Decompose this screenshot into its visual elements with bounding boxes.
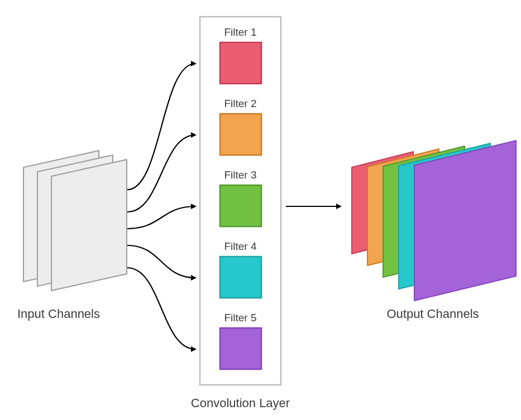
layer-label: Convolution Layer: [191, 396, 290, 410]
convolution-diagram: Input ChannelsFilter 1Filter 2Filter 3Fi…: [0, 0, 521, 420]
filter-label-4: Filter 4: [224, 240, 257, 252]
filter-square-2: [220, 114, 261, 155]
arrow-input-to-filter-1: [127, 64, 195, 190]
filter-square-4: [220, 257, 261, 298]
filter-label-5: Filter 5: [224, 312, 256, 324]
output-label: Output Channels: [386, 307, 479, 321]
filter-square-3: [220, 185, 261, 226]
arrow-input-to-filter-2: [127, 135, 195, 212]
arrow-input-to-filter-5: [127, 268, 195, 349]
filter-label-3: Filter 3: [224, 169, 256, 181]
filter-square-5: [220, 328, 261, 369]
filter-square-1: [220, 42, 261, 84]
output-plane-5: [414, 141, 516, 301]
diagram-svg: Input ChannelsFilter 1Filter 2Filter 3Fi…: [0, 0, 521, 420]
arrow-input-to-filter-4: [127, 245, 195, 278]
filter-label-1: Filter 1: [224, 26, 256, 38]
input-plane-3: [51, 160, 127, 291]
input-label: Input Channels: [17, 307, 100, 321]
filter-label-2: Filter 2: [224, 98, 256, 109]
